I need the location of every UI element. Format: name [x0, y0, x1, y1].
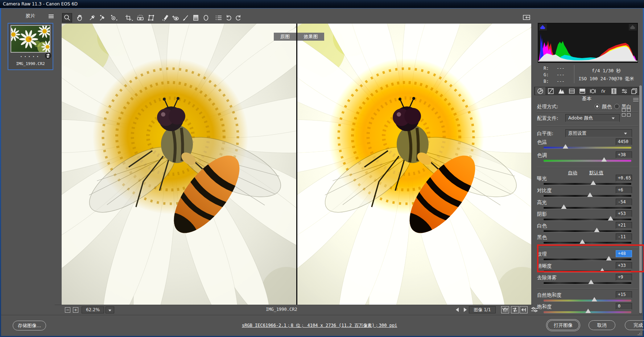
zoom-in-button[interactable]: +	[73, 307, 78, 313]
profile-dropdown[interactable]: Adobe 颜色	[565, 114, 620, 122]
process-bw-radio[interactable]	[614, 104, 619, 109]
slider-value[interactable]: +21	[616, 222, 632, 229]
tab-effects[interactable]: fx	[598, 87, 608, 95]
crop-tool-icon[interactable]	[123, 13, 135, 23]
blacks-slider: 黑色 -11	[537, 234, 632, 247]
tab-presets[interactable]	[619, 87, 629, 95]
process-color-radio[interactable]	[595, 104, 600, 109]
tab-tone-curve[interactable]	[546, 87, 556, 95]
slider-value[interactable]: +0.65	[616, 175, 632, 182]
save-image-button[interactable]: 存储图像...	[13, 321, 46, 330]
white-balance-dropdown[interactable]: 原照设置	[565, 129, 632, 137]
slider-value[interactable]: +48	[616, 250, 632, 257]
slider-thumb[interactable]	[599, 268, 605, 272]
previous-image-button[interactable]	[456, 308, 459, 312]
thumbnail-selected[interactable]: ••••• IMG_1990.CR2	[8, 23, 53, 70]
hand-tool-icon[interactable]	[75, 13, 85, 23]
rotate-right-icon[interactable]	[233, 13, 243, 23]
tab-split-toning[interactable]	[577, 87, 587, 95]
slider-thumb[interactable]	[588, 280, 594, 284]
slider-value[interactable]: +33	[616, 262, 632, 269]
slider-track[interactable]	[544, 230, 631, 232]
spot-removal-tool-icon[interactable]	[160, 13, 170, 23]
tab-lens-corrections[interactable]	[588, 87, 598, 95]
panel-scrollbar[interactable]	[639, 85, 642, 314]
zoom-level-dropdown[interactable]	[106, 306, 114, 313]
radial-filter-tool-icon[interactable]	[201, 13, 211, 23]
tab-basic[interactable]	[535, 87, 545, 95]
panel-menu-icon[interactable]	[633, 97, 639, 101]
workflow-options-link[interactable]: sRGB IEC61966-2.1；8 位； 4104 x 2736 (11.2…	[242, 322, 397, 329]
slider-value[interactable]: +6	[616, 187, 632, 194]
white-balance-tool-icon[interactable]	[87, 13, 97, 23]
open-image-button[interactable]: 打开图像	[547, 320, 579, 330]
swap-before-after-icon[interactable]	[511, 306, 519, 313]
slider-value[interactable]: +9	[616, 274, 632, 281]
resize-grip[interactable]	[637, 332, 641, 335]
slider-thumb[interactable]	[608, 216, 613, 220]
zoom-level-value[interactable]: 62.2%	[82, 306, 104, 313]
slider-track[interactable]	[544, 242, 631, 244]
slider-track[interactable]	[544, 160, 631, 162]
tab-camera-calibration[interactable]	[609, 87, 619, 95]
slider-thumb[interactable]	[601, 157, 607, 162]
slider-thumb[interactable]	[606, 256, 612, 260]
slider-thumb[interactable]	[585, 309, 591, 313]
preview-original-pane[interactable]: 原图	[62, 24, 296, 305]
slider-track[interactable]	[544, 219, 631, 220]
slider-value[interactable]: -11	[616, 234, 632, 240]
copy-settings-icon[interactable]	[520, 306, 528, 313]
slider-track[interactable]	[544, 147, 631, 149]
slider-track[interactable]	[544, 282, 631, 284]
tab-detail[interactable]	[556, 87, 566, 95]
tab-snapshots[interactable]	[629, 87, 639, 95]
slider-track[interactable]	[544, 207, 631, 209]
transform-tool-icon[interactable]	[146, 13, 156, 23]
title-bar[interactable]: Camera Raw 11.3 - Canon EOS 6D	[0, 0, 644, 8]
shadow-clipping-toggle[interactable]	[539, 24, 547, 31]
thumbnail-image[interactable]	[11, 25, 50, 53]
slider-value[interactable]: +38	[616, 151, 632, 158]
slider-thumb[interactable]	[579, 239, 585, 244]
slider-thumb[interactable]	[594, 228, 599, 232]
profile-browser-icon[interactable]	[622, 109, 631, 117]
slider-track[interactable]	[544, 300, 631, 301]
slider-value[interactable]: 4450	[616, 138, 632, 145]
zoom-out-button[interactable]: −	[65, 307, 70, 313]
texture-slider: 纹理 +48	[537, 251, 632, 263]
next-image-button[interactable]	[464, 308, 467, 312]
before-after-view-icon[interactable]	[501, 306, 509, 313]
slider-thumb[interactable]	[561, 204, 566, 209]
straighten-tool-icon[interactable]	[135, 13, 145, 23]
slider-track[interactable]	[544, 271, 631, 272]
toggle-fullscreen-icon[interactable]	[523, 14, 531, 21]
graduated-filter-tool-icon[interactable]	[191, 13, 201, 23]
tab-hsl-grayscale[interactable]	[567, 87, 577, 95]
slider-track[interactable]	[544, 259, 631, 260]
preview-effect-pane[interactable]: 效果图	[297, 24, 531, 305]
white-balance-label: 白平衡:	[537, 130, 553, 137]
effect-photo	[297, 24, 531, 305]
slider-thumb[interactable]	[587, 192, 593, 197]
slider-value[interactable]: 0	[616, 303, 632, 310]
slider-thumb[interactable]	[563, 144, 568, 149]
rotate-left-icon[interactable]	[224, 13, 234, 23]
slider-track[interactable]	[544, 183, 631, 185]
slider-value[interactable]: -54	[616, 199, 632, 206]
cancel-button[interactable]: 取消	[589, 320, 615, 330]
filmstrip-menu-icon[interactable]	[48, 14, 54, 19]
adjustment-brush-tool-icon[interactable]	[181, 13, 191, 23]
contrast-slider: 对比度 +6	[537, 187, 632, 200]
red-eye-tool-icon[interactable]	[170, 13, 180, 23]
slider-thumb[interactable]	[592, 297, 597, 301]
done-button[interactable]: 完成	[625, 320, 644, 330]
highlight-clipping-toggle[interactable]	[629, 24, 637, 31]
targeted-adjustment-tool-icon[interactable]	[108, 13, 119, 23]
slider-value[interactable]: +15	[616, 291, 632, 298]
preferences-tool-icon[interactable]	[214, 13, 224, 23]
process-color-label[interactable]: 颜色	[602, 103, 612, 110]
zoom-tool-icon[interactable]	[62, 13, 72, 23]
slider-value[interactable]: +53	[616, 210, 632, 217]
slider-thumb[interactable]	[590, 180, 596, 185]
color-sampler-tool-icon[interactable]	[97, 13, 107, 23]
